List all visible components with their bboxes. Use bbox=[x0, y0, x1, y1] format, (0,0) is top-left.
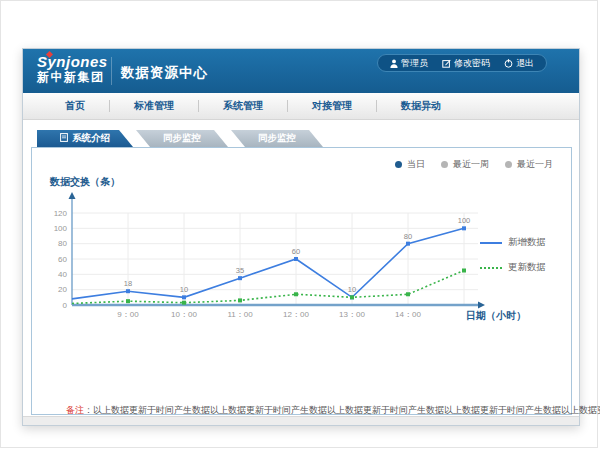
svg-text:13：00: 13：00 bbox=[339, 310, 365, 319]
legend-label: 新增数据 bbox=[508, 236, 546, 249]
chart-x-axis-title: 日期（小时） bbox=[466, 309, 526, 323]
tab-sync-monitor-1[interactable]: 同步监控 bbox=[136, 130, 228, 147]
tab-label: 同步监控 bbox=[258, 132, 296, 145]
time-range-filter: 当日 最近一周 最近一月 bbox=[395, 158, 553, 171]
svg-text:35: 35 bbox=[236, 266, 244, 275]
user-menu[interactable]: 管理员 bbox=[390, 57, 428, 70]
svg-text:80: 80 bbox=[404, 232, 412, 241]
filter-label: 最近一周 bbox=[453, 158, 489, 171]
svg-text:20: 20 bbox=[58, 285, 67, 294]
tab-label: 同步监控 bbox=[163, 132, 201, 145]
content-panel: 当日 最近一周 最近一月 数据交换（条） 0204060801001209：00… bbox=[31, 147, 572, 415]
logo-subtext: 新中新集团 bbox=[37, 70, 108, 85]
legend-solid-line-icon bbox=[480, 242, 502, 244]
svg-text:14：00: 14：00 bbox=[395, 310, 421, 319]
filter-option-last-month[interactable]: 最近一月 bbox=[505, 158, 553, 171]
document-icon bbox=[60, 133, 68, 144]
svg-text:120: 120 bbox=[54, 209, 68, 218]
svg-text:11：00: 11：00 bbox=[227, 310, 253, 319]
filter-label: 当日 bbox=[407, 158, 425, 171]
legend-label: 更新数据 bbox=[508, 261, 546, 274]
user-icon bbox=[390, 59, 398, 68]
user-toolbar: 管理员 修改密码 退出 bbox=[377, 54, 547, 72]
filter-option-today[interactable]: 当日 bbox=[395, 158, 425, 171]
svg-text:40: 40 bbox=[58, 270, 67, 279]
tab-system-intro[interactable]: 系统介绍 bbox=[37, 130, 133, 147]
power-icon bbox=[504, 59, 513, 68]
app-header: Synjones 新中新集团 数据资源中心 管理员 修改密码 bbox=[23, 49, 579, 93]
page-background: Synjones 新中新集团 数据资源中心 管理员 修改密码 bbox=[0, 0, 598, 448]
tab-label: 系统介绍 bbox=[72, 132, 110, 145]
svg-text:12：00: 12：00 bbox=[283, 310, 309, 319]
nav-item-data-change[interactable]: 数据异动 bbox=[377, 100, 465, 112]
user-name-label: 管理员 bbox=[401, 57, 428, 70]
change-password-label: 修改密码 bbox=[454, 57, 490, 70]
line-chart: 0204060801001209：0010：0011：0012：0013：001… bbox=[42, 190, 502, 322]
nav-item-system-mgmt[interactable]: 系统管理 bbox=[199, 100, 288, 112]
header-divider bbox=[111, 57, 112, 85]
change-password-button[interactable]: 修改密码 bbox=[442, 57, 490, 70]
svg-text:9：00: 9：00 bbox=[117, 310, 139, 319]
svg-text:100: 100 bbox=[54, 224, 68, 233]
edit-icon bbox=[442, 59, 451, 68]
main-nav: 首页 标准管理 系统管理 对接管理 数据异动 bbox=[23, 93, 579, 120]
svg-text:80: 80 bbox=[58, 239, 67, 248]
svg-text:100: 100 bbox=[458, 216, 471, 225]
svg-text:10: 10 bbox=[348, 285, 356, 294]
svg-text:60: 60 bbox=[292, 247, 300, 256]
svg-text:60: 60 bbox=[58, 255, 67, 264]
filter-option-last-week[interactable]: 最近一周 bbox=[441, 158, 489, 171]
legend-dotted-line-icon bbox=[480, 267, 502, 269]
svg-text:10: 10 bbox=[180, 285, 188, 294]
radio-selected-icon bbox=[395, 161, 402, 168]
logout-label: 退出 bbox=[516, 57, 534, 70]
tab-sync-monitor-2[interactable]: 同步监控 bbox=[231, 130, 323, 147]
nav-item-home[interactable]: 首页 bbox=[41, 100, 110, 112]
nav-item-standard-mgmt[interactable]: 标准管理 bbox=[110, 100, 199, 112]
radio-icon bbox=[441, 161, 448, 168]
svg-text:0: 0 bbox=[63, 301, 68, 310]
svg-text:18: 18 bbox=[124, 279, 132, 288]
legend-item-new-data: 新增数据 bbox=[480, 236, 546, 249]
footnote-text: ：以上数据更新于时间产生数据以上数据更新于时间产生数据以上数据更新于时间产生数据… bbox=[84, 405, 600, 415]
tab-bar: 系统介绍 同步监控 同步监控 bbox=[23, 130, 579, 147]
window-footer bbox=[23, 416, 579, 425]
nav-item-interface-mgmt[interactable]: 对接管理 bbox=[288, 100, 377, 112]
logout-button[interactable]: 退出 bbox=[504, 57, 534, 70]
footnote-label: 备注 bbox=[66, 405, 84, 415]
radio-icon bbox=[505, 161, 512, 168]
legend-item-updated-data: 更新数据 bbox=[480, 261, 546, 274]
brand-logo: Synjones 新中新集团 bbox=[37, 54, 108, 85]
filter-label: 最近一月 bbox=[517, 158, 553, 171]
chart-legend: 新增数据 更新数据 bbox=[480, 236, 546, 274]
app-title: 数据资源中心 bbox=[121, 64, 208, 82]
chart-y-axis-title: 数据交换（条） bbox=[50, 175, 120, 189]
app-window: Synjones 新中新集团 数据资源中心 管理员 修改密码 bbox=[22, 48, 580, 426]
svg-text:10：00: 10：00 bbox=[171, 310, 197, 319]
